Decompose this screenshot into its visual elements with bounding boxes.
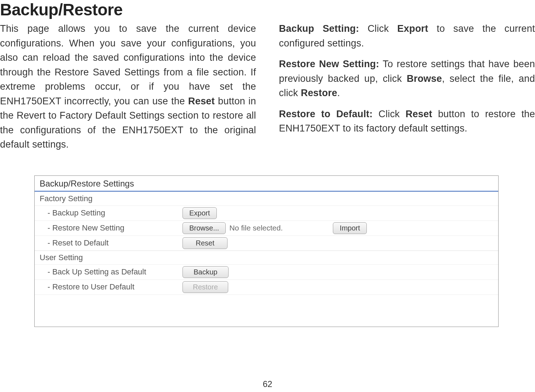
- left-column: This page allows you to save the current…: [0, 21, 256, 158]
- left-para-pre: This page allows you to save the current…: [0, 23, 256, 106]
- panel-title: Backup/Restore Settings: [35, 176, 498, 192]
- reset-button[interactable]: Reset: [182, 237, 228, 249]
- restore-user-button[interactable]: Restore: [182, 281, 228, 293]
- restore-default-label: Restore to Default:: [279, 109, 373, 119]
- browse-word: Browse: [407, 73, 442, 84]
- text-columns: This page allows you to save the current…: [0, 21, 535, 158]
- import-button[interactable]: Import: [333, 222, 367, 234]
- p1-mid1: Click: [359, 23, 397, 34]
- row-restore-user: - Restore to User Default Restore: [35, 279, 498, 294]
- backup-setting-para: Backup Setting: Click Export to save the…: [279, 21, 535, 50]
- restore-default-para: Restore to Default: Click Reset button t…: [279, 107, 535, 136]
- factory-section-label: Factory Setting: [35, 192, 498, 205]
- left-paragraph: This page allows you to save the current…: [0, 21, 256, 152]
- row-reset-label: - Reset to Default: [40, 238, 182, 248]
- export-button[interactable]: Export: [182, 207, 217, 219]
- row-backup-setting: - Backup Setting Export: [35, 205, 498, 220]
- panel-bottom-space: [35, 294, 498, 327]
- backup-button[interactable]: Backup: [182, 266, 229, 278]
- user-section-label: User Setting: [35, 250, 498, 264]
- restore-new-para: Restore New Setting: To restore settings…: [279, 57, 535, 100]
- export-word: Export: [397, 23, 428, 34]
- restore-new-label: Restore New Setting:: [279, 59, 379, 69]
- row-restore-new: - Restore New Setting Browse... No file …: [35, 220, 498, 235]
- p2-tail: .: [337, 88, 340, 98]
- row-backup-default-label: - Back Up Setting as Default: [40, 267, 182, 277]
- reset-word-2: Reset: [406, 109, 432, 119]
- row-restore-user-label: - Restore to User Default: [40, 282, 182, 292]
- page-title: Backup/Restore: [0, 0, 535, 19]
- page-number: 62: [0, 379, 535, 389]
- restore-word: Restore: [301, 88, 337, 98]
- settings-panel: Backup/Restore Settings Factory Setting …: [34, 175, 499, 327]
- row-restore-label: - Restore New Setting: [40, 223, 182, 233]
- reset-word: Reset: [188, 96, 215, 106]
- file-selected-text: No file selected.: [229, 224, 329, 232]
- row-backup-default: - Back Up Setting as Default Backup: [35, 264, 498, 279]
- backup-setting-label: Backup Setting:: [279, 23, 359, 34]
- right-column: Backup Setting: Click Export to save the…: [279, 21, 535, 158]
- row-reset-default: - Reset to Default Reset: [35, 235, 498, 250]
- browse-button[interactable]: Browse...: [182, 222, 226, 234]
- row-backup-label: - Backup Setting: [40, 208, 182, 218]
- p3-mid1: Click: [373, 109, 406, 119]
